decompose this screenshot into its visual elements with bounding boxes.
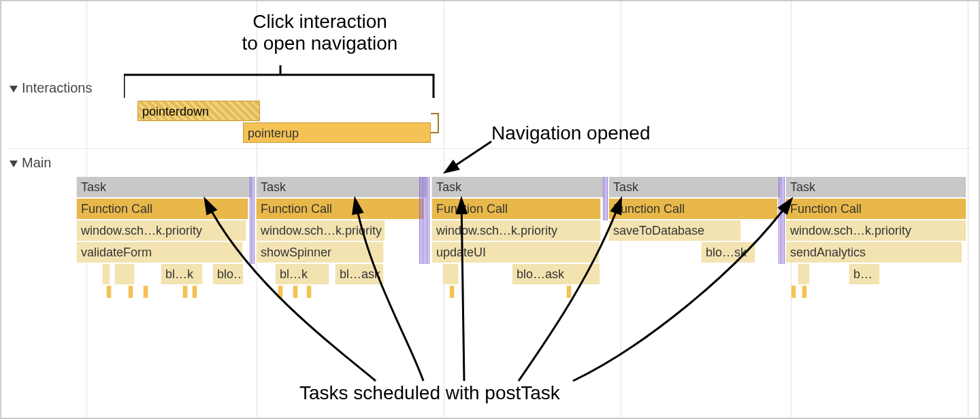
call-block[interactable] xyxy=(442,264,459,284)
task-block[interactable]: Task xyxy=(76,177,252,197)
task-block[interactable]: Task xyxy=(608,177,781,197)
call-block[interactable]: bl…k xyxy=(275,264,329,284)
flame-row-5: bl…k blo…sk bl…k bl…ask blo…ask b… xyxy=(76,264,970,284)
idle-sliver xyxy=(779,177,785,264)
annotation-line1: Click interaction xyxy=(191,11,449,33)
call-block[interactable]: bl…ask xyxy=(335,264,384,284)
interaction-endcap xyxy=(431,113,439,133)
call-block[interactable]: window.sch…k.priority xyxy=(785,220,966,241)
call-block[interactable]: updateUI xyxy=(431,242,600,263)
interaction-pointerdown[interactable]: pointerdown xyxy=(137,101,260,121)
flame-row-task: Task Task Task Task Task xyxy=(76,177,970,197)
chevron-down-icon xyxy=(10,86,18,93)
call-block[interactable]: showSpinner xyxy=(256,242,384,263)
interaction-pointerup[interactable]: pointerup xyxy=(243,122,431,143)
idle-sliver xyxy=(419,177,430,264)
call-block[interactable]: blo…sk xyxy=(701,242,755,263)
devtools-flame-diagram: Click interaction to open navigation Int… xyxy=(0,0,980,419)
call-block[interactable]: sendAnalytics xyxy=(785,242,962,263)
idle-sliver xyxy=(603,177,608,220)
task-block[interactable]: Task xyxy=(256,177,427,197)
flame-row-3: window.sch…k.priority window.sch…k.prior… xyxy=(76,220,970,241)
chevron-down-icon xyxy=(10,161,18,167)
call-block[interactable]: window.sch…k.priority xyxy=(431,220,601,241)
annotation-bottom: Tasks scheduled with postTask xyxy=(299,382,560,404)
call-block[interactable] xyxy=(102,264,110,284)
call-block[interactable]: bl…k xyxy=(161,264,203,284)
function-call-block[interactable]: Function Call xyxy=(76,199,248,219)
bracket-top xyxy=(124,65,451,101)
track-main-label: Main xyxy=(22,155,51,170)
call-block[interactable] xyxy=(114,264,135,284)
flame-row-function: Function Call Function Call Function Cal… xyxy=(76,199,970,219)
flame-row-ticks xyxy=(76,286,970,306)
call-block[interactable]: b… xyxy=(849,264,880,284)
call-block[interactable] xyxy=(798,264,810,284)
annotation-line2: to open navigation xyxy=(191,33,449,54)
track-main[interactable]: Main xyxy=(10,155,51,171)
track-interactions[interactable]: Interactions xyxy=(10,80,92,96)
function-call-block[interactable]: Function Call xyxy=(431,199,601,219)
annotation-nav-opened: Navigation opened xyxy=(491,122,651,144)
annotation-click-interaction: Click interaction to open navigation xyxy=(191,11,449,54)
call-block[interactable]: saveToDatabase xyxy=(608,220,741,241)
call-block[interactable]: blo…sk xyxy=(212,264,244,284)
flame-row-4: validateForm showSpinner updateUI blo…sk… xyxy=(76,242,970,263)
idle-sliver xyxy=(250,177,255,264)
track-interactions-label: Interactions xyxy=(22,80,92,95)
task-block[interactable]: Task xyxy=(431,177,604,197)
call-block[interactable]: blo…ask xyxy=(512,264,600,284)
call-block[interactable]: window.sch…k.priority xyxy=(76,220,246,241)
task-block[interactable]: Task xyxy=(785,177,966,197)
call-block[interactable]: validateForm xyxy=(76,242,243,263)
function-call-block[interactable]: Function Call xyxy=(785,199,966,219)
function-call-block[interactable]: Function Call xyxy=(256,199,424,219)
arrow-nav-opened xyxy=(437,137,498,178)
call-block[interactable]: window.sch…k.priority xyxy=(256,220,385,241)
function-call-block[interactable]: Function Call xyxy=(608,199,778,219)
